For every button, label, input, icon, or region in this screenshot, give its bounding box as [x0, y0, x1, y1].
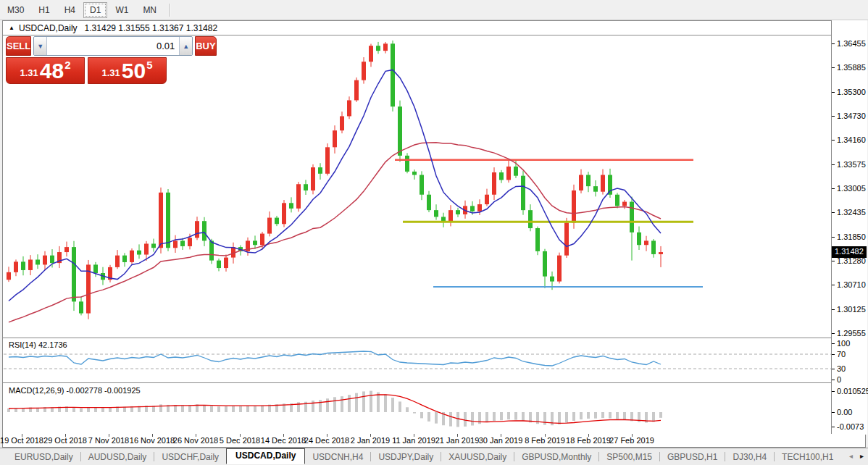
- price-axis-label: 1.30710: [837, 280, 866, 290]
- date-axis: 19 Oct 201829 Oct 20187 Nov 201816 Nov 2…: [3, 434, 831, 447]
- tab-eurusd-daily[interactable]: EURUSD,Daily: [7, 450, 80, 464]
- symbol-tab-bar: EURUSD,DailyAUDUSD,DailyUSDCHF,DailyUSDC…: [0, 448, 868, 465]
- fast-ma-line: [9, 70, 661, 301]
- timeframe-button-h4[interactable]: H4: [58, 2, 82, 18]
- tab-audusd-daily[interactable]: AUDUSD,Daily: [81, 450, 154, 464]
- tab-usdcnh-h4[interactable]: USDCNH,H4: [305, 450, 370, 464]
- price-axis-label: 1.33575: [837, 159, 866, 169]
- price-axis-label: 1.34730: [837, 111, 866, 121]
- macd-label: MACD(12,26,9) -0.002778 -0.001925: [9, 386, 141, 395]
- rsi-axis-label: 70: [837, 349, 846, 359]
- tab-tech100-h1[interactable]: TECH100,H1: [775, 450, 840, 464]
- tab-xauusd-daily[interactable]: XAUUSD,Daily: [441, 450, 514, 464]
- rsi-axis-label: 30: [837, 364, 846, 374]
- timeframe-button-w1[interactable]: W1: [109, 2, 135, 18]
- timeframe-button-mn[interactable]: MN: [136, 2, 163, 18]
- price-axis-label: 1.35300: [837, 87, 866, 97]
- price-axis-label: 1.35885: [837, 62, 866, 72]
- timeframe-toolbar: M30H1H4D1W1MN: [0, 0, 868, 20]
- price-axis-label: 1.33005: [837, 183, 866, 193]
- macd-axis-label: 0.00: [837, 407, 852, 417]
- buy-price-pip: 5: [146, 59, 152, 71]
- volume-input[interactable]: [47, 37, 179, 55]
- tab-usdcad-daily[interactable]: USDCAD,Daily: [226, 448, 305, 464]
- macd-axis-label: 0.010525: [837, 386, 868, 396]
- price-axis-label: 1.29555: [837, 328, 866, 338]
- buy-price-panel[interactable]: 1.31 50 5: [88, 57, 167, 84]
- rsi-axis-label: 0: [837, 374, 841, 385]
- tab-scroll-arrows: ◂ ▸: [849, 452, 864, 460]
- buy-price-big: 50: [122, 61, 146, 81]
- toolbar-separator: [170, 4, 171, 17]
- chart-ohlc-values: 1.31429 1.31555 1.31367 1.31482: [85, 23, 218, 33]
- one-click-trading-panel: SELL ▼ ▲ BUY 1.31 48 2 1.31 50 5: [6, 36, 167, 84]
- chart-title-bar: ▲ USDCAD,Daily 1.31429 1.31555 1.31367 1…: [3, 21, 831, 35]
- volume-increase-icon[interactable]: ▲: [179, 37, 192, 55]
- price-axis: 1.364551.358851.353001.347301.341601.335…: [832, 20, 867, 435]
- tab-gbpusd-h1[interactable]: GBPUSD,H1: [660, 450, 725, 464]
- tab-usdchf-daily[interactable]: USDCHF,Daily: [154, 450, 226, 464]
- trading-terminal: { "toolbar": { "timeframes": ["M30", "H1…: [0, 0, 868, 465]
- rsi-label: RSI(14) 42.1736: [9, 340, 67, 349]
- timeframe-button-h1[interactable]: H1: [32, 2, 56, 18]
- tab-scroll-right-icon[interactable]: ▸: [860, 452, 864, 460]
- sell-price-panel[interactable]: 1.31 48 2: [6, 57, 85, 84]
- buy-button[interactable]: BUY: [195, 36, 216, 56]
- tab-scroll-left-icon[interactable]: ◂: [849, 452, 853, 460]
- rsi-line: [9, 351, 661, 366]
- current-price-badge: 1.31482: [832, 246, 867, 258]
- tab-gbpusd-monthly[interactable]: GBPUSD,Monthly: [514, 450, 598, 464]
- timeframe-button-d1[interactable]: D1: [83, 2, 107, 18]
- volume-decrease-icon[interactable]: ▼: [34, 37, 47, 55]
- tab-sp500-m15[interactable]: SP500,M15: [599, 450, 659, 464]
- slow-ma-line: [9, 143, 661, 322]
- tab-usdjpy-daily[interactable]: USDJPY,Daily: [371, 450, 441, 464]
- rsi-axis-label: 100: [837, 338, 850, 348]
- price-axis-label: 1.30125: [837, 304, 866, 314]
- macd-axis-label: -0.0073: [837, 422, 864, 432]
- timeframe-button-m30[interactable]: M30: [1, 2, 30, 18]
- volume-stepper: ▼ ▲: [33, 36, 193, 56]
- sell-price-big: 48: [40, 61, 64, 81]
- price-axis-label: 1.36455: [837, 38, 866, 49]
- price-axis-label: 1.34160: [837, 135, 866, 145]
- date-label: 27 Feb 2019: [603, 436, 661, 445]
- price-axis-label: 1.31850: [837, 232, 866, 242]
- sell-price-pip: 2: [64, 59, 70, 71]
- sell-button[interactable]: SELL: [6, 36, 31, 56]
- price-axis-label: 1.32435: [837, 207, 866, 217]
- chart-symbol-label: USDCAD,Daily: [19, 23, 78, 33]
- collapse-triangle-icon[interactable]: ▲: [9, 25, 14, 31]
- buy-price-prefix: 1.31: [101, 67, 120, 78]
- tab-dj30-h4[interactable]: DJ30,H4: [725, 450, 774, 464]
- panel-separator[interactable]: [3, 382, 831, 383]
- rsi-indicator-chart[interactable]: [4, 338, 831, 382]
- sell-price-prefix: 1.31: [20, 67, 38, 78]
